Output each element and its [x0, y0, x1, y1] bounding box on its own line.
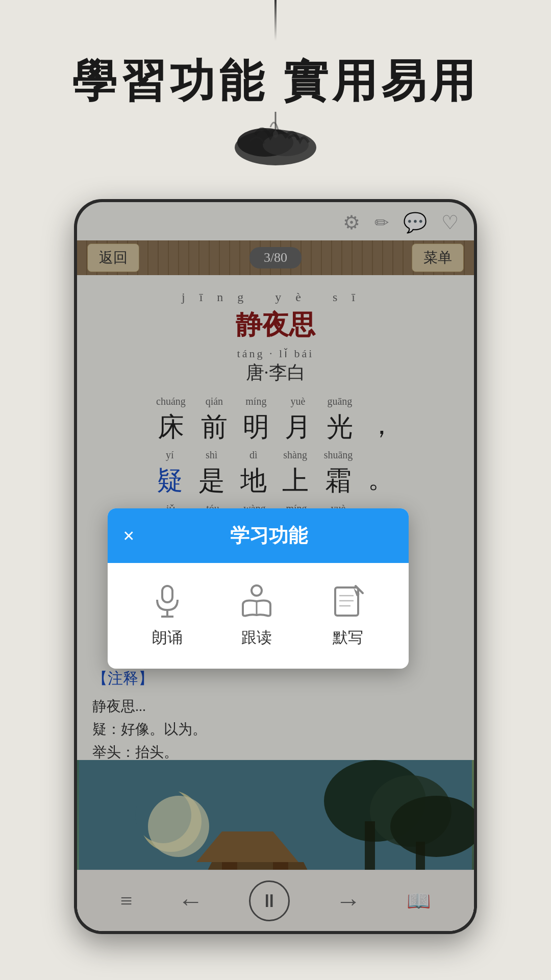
microphone-icon	[152, 583, 183, 619]
feature-recitation[interactable]: 朗诵	[152, 583, 183, 648]
recitation-label: 朗诵	[152, 627, 183, 648]
feature-follow-read[interactable]: 跟读	[240, 583, 273, 648]
dialog-body: 朗诵 跟读	[108, 563, 409, 669]
dictation-label: 默写	[333, 627, 363, 648]
svg-point-4	[273, 131, 278, 138]
reading-icon	[240, 583, 273, 619]
phone-screen: ⚙ ✏ 💬 ♡ 返回 3/80 菜单 jīng yè sī 静夜思 táng ·…	[77, 202, 474, 931]
writing-icon	[331, 583, 364, 619]
svg-point-24	[252, 585, 262, 596]
dialog-overlay: × 学习功能 朗诵	[77, 202, 474, 931]
feature-dictation[interactable]: 默写	[331, 583, 364, 648]
top-decorative-area: 學習功能 實用易用	[0, 0, 551, 199]
svg-rect-21	[162, 586, 172, 602]
app-tagline: 學習功能 實用易用	[72, 51, 479, 112]
dialog-header: × 学习功能	[108, 508, 409, 563]
dialog-title: 学习功能	[145, 523, 393, 549]
dialog-close-button[interactable]: ×	[123, 524, 135, 548]
phone-mockup: ⚙ ✏ 💬 ♡ 返回 3/80 菜单 jīng yè sī 静夜思 táng ·…	[74, 199, 477, 934]
svg-rect-26	[335, 587, 358, 616]
ink-decoration	[219, 112, 332, 168]
learning-features-dialog: × 学习功能 朗诵	[108, 508, 409, 669]
follow-read-label: 跟读	[241, 627, 272, 648]
